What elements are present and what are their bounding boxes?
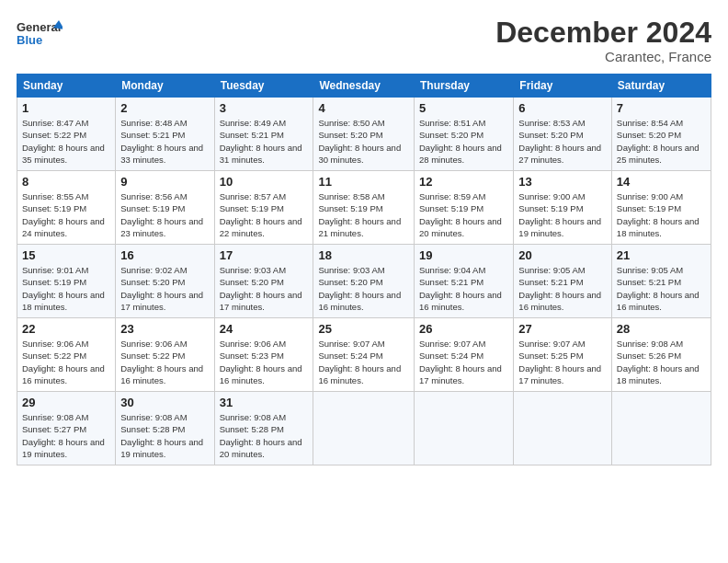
table-row: 29Sunrise: 9:08 AMSunset: 5:27 PMDayligh…: [17, 392, 116, 465]
calendar-week-row: 1Sunrise: 8:47 AMSunset: 5:22 PMDaylight…: [17, 98, 711, 171]
day-info: Sunrise: 9:02 AMSunset: 5:20 PMDaylight:…: [120, 265, 203, 312]
table-row: 7Sunrise: 8:54 AMSunset: 5:20 PMDaylight…: [611, 98, 711, 171]
day-info: Sunrise: 8:54 AMSunset: 5:20 PMDaylight:…: [617, 118, 700, 165]
table-row: 20Sunrise: 9:05 AMSunset: 5:21 PMDayligh…: [514, 245, 612, 318]
day-number: 9: [120, 175, 209, 189]
day-info: Sunrise: 9:08 AMSunset: 5:27 PMDaylight:…: [22, 412, 105, 459]
header-thursday: Thursday: [415, 75, 514, 98]
header-row: Sunday Monday Tuesday Wednesday Thursday…: [17, 75, 711, 98]
day-number: 20: [518, 248, 607, 262]
day-info: Sunrise: 8:49 AMSunset: 5:21 PMDaylight:…: [220, 118, 302, 165]
day-number: 15: [22, 248, 110, 262]
day-info: Sunrise: 9:05 AMSunset: 5:21 PMDaylight:…: [617, 265, 700, 312]
header-saturday: Saturday: [611, 75, 711, 98]
day-info: Sunrise: 9:03 AMSunset: 5:20 PMDaylight:…: [318, 265, 401, 312]
table-row: 9Sunrise: 8:56 AMSunset: 5:19 PMDaylight…: [116, 171, 214, 245]
header-friday: Friday: [514, 75, 612, 98]
day-info: Sunrise: 9:07 AMSunset: 5:25 PMDaylight:…: [518, 339, 601, 385]
day-number: 23: [120, 322, 209, 336]
header-tuesday: Tuesday: [214, 75, 313, 98]
table-row: 13Sunrise: 9:00 AMSunset: 5:19 PMDayligh…: [514, 171, 612, 245]
day-number: 6: [518, 101, 607, 115]
day-number: 1: [22, 101, 110, 115]
day-info: Sunrise: 9:04 AMSunset: 5:21 PMDaylight:…: [419, 265, 502, 312]
day-number: 29: [22, 396, 110, 409]
table-row: 19Sunrise: 9:04 AMSunset: 5:21 PMDayligh…: [415, 245, 514, 318]
day-info: Sunrise: 8:50 AMSunset: 5:20 PMDaylight:…: [318, 118, 401, 165]
day-info: Sunrise: 9:06 AMSunset: 5:22 PMDaylight:…: [22, 339, 105, 385]
day-info: Sunrise: 8:51 AMSunset: 5:20 PMDaylight:…: [419, 118, 502, 165]
day-info: Sunrise: 9:07 AMSunset: 5:24 PMDaylight:…: [318, 339, 401, 385]
table-row: 11Sunrise: 8:58 AMSunset: 5:19 PMDayligh…: [313, 171, 415, 245]
day-number: 10: [220, 175, 309, 189]
day-number: 3: [220, 101, 309, 115]
table-row: 23Sunrise: 9:06 AMSunset: 5:22 PMDayligh…: [116, 318, 214, 392]
day-info: Sunrise: 9:01 AMSunset: 5:19 PMDaylight:…: [22, 265, 105, 312]
table-row: 17Sunrise: 9:03 AMSunset: 5:20 PMDayligh…: [214, 245, 313, 318]
day-info: Sunrise: 9:08 AMSunset: 5:28 PMDaylight:…: [220, 412, 302, 459]
table-row: 4Sunrise: 8:50 AMSunset: 5:20 PMDaylight…: [313, 98, 415, 171]
day-info: Sunrise: 9:00 AMSunset: 5:19 PMDaylight:…: [518, 191, 601, 238]
table-row: 14Sunrise: 9:00 AMSunset: 5:19 PMDayligh…: [611, 171, 711, 245]
calendar-week-row: 15Sunrise: 9:01 AMSunset: 5:19 PMDayligh…: [17, 245, 711, 318]
day-number: 28: [617, 322, 706, 336]
day-info: Sunrise: 8:56 AMSunset: 5:19 PMDaylight:…: [120, 191, 203, 238]
day-info: Sunrise: 9:08 AMSunset: 5:26 PMDaylight:…: [617, 339, 700, 385]
table-row: [313, 392, 415, 465]
day-info: Sunrise: 8:55 AMSunset: 5:19 PMDaylight:…: [22, 191, 105, 238]
table-row: [611, 392, 711, 465]
day-number: 13: [518, 175, 607, 189]
day-number: 11: [318, 175, 409, 189]
calendar-week-row: 29Sunrise: 9:08 AMSunset: 5:27 PMDayligh…: [17, 392, 711, 465]
table-row: 28Sunrise: 9:08 AMSunset: 5:26 PMDayligh…: [611, 318, 711, 392]
table-row: 16Sunrise: 9:02 AMSunset: 5:20 PMDayligh…: [116, 245, 214, 318]
table-row: 24Sunrise: 9:06 AMSunset: 5:23 PMDayligh…: [214, 318, 313, 392]
day-info: Sunrise: 8:47 AMSunset: 5:22 PMDaylight:…: [22, 118, 105, 165]
table-row: 25Sunrise: 9:07 AMSunset: 5:24 PMDayligh…: [313, 318, 415, 392]
day-number: 17: [220, 248, 309, 262]
table-row: 21Sunrise: 9:05 AMSunset: 5:21 PMDayligh…: [611, 245, 711, 318]
calendar-table: Sunday Monday Tuesday Wednesday Thursday…: [17, 74, 711, 465]
day-info: Sunrise: 9:03 AMSunset: 5:20 PMDaylight:…: [220, 265, 302, 312]
day-info: Sunrise: 9:00 AMSunset: 5:19 PMDaylight:…: [617, 191, 700, 238]
logo-svg: General Blue: [17, 17, 63, 52]
table-row: 27Sunrise: 9:07 AMSunset: 5:25 PMDayligh…: [514, 318, 612, 392]
day-info: Sunrise: 8:48 AMSunset: 5:21 PMDaylight:…: [120, 118, 203, 165]
day-info: Sunrise: 9:08 AMSunset: 5:28 PMDaylight:…: [120, 412, 203, 459]
day-number: 25: [318, 322, 409, 336]
day-number: 12: [419, 175, 508, 189]
logo: General Blue: [17, 17, 63, 52]
table-row: [514, 392, 612, 465]
table-row: [415, 392, 514, 465]
title-section: December 2024 Carantec, France: [495, 17, 711, 64]
table-row: 8Sunrise: 8:55 AMSunset: 5:19 PMDaylight…: [17, 171, 116, 245]
day-number: 22: [22, 322, 110, 336]
header-wednesday: Wednesday: [313, 75, 415, 98]
table-row: 18Sunrise: 9:03 AMSunset: 5:20 PMDayligh…: [313, 245, 415, 318]
table-row: 1Sunrise: 8:47 AMSunset: 5:22 PMDaylight…: [17, 98, 116, 171]
table-row: 22Sunrise: 9:06 AMSunset: 5:22 PMDayligh…: [17, 318, 116, 392]
day-number: 7: [617, 101, 706, 115]
day-number: 21: [617, 248, 706, 262]
day-number: 16: [120, 248, 209, 262]
day-number: 18: [318, 248, 409, 262]
day-number: 2: [120, 101, 209, 115]
day-number: 24: [220, 322, 309, 336]
table-row: 12Sunrise: 8:59 AMSunset: 5:19 PMDayligh…: [415, 171, 514, 245]
table-row: 5Sunrise: 8:51 AMSunset: 5:20 PMDaylight…: [415, 98, 514, 171]
table-row: 6Sunrise: 8:53 AMSunset: 5:20 PMDaylight…: [514, 98, 612, 171]
header: General Blue December 2024 Carantec, Fra…: [17, 17, 711, 64]
table-row: 3Sunrise: 8:49 AMSunset: 5:21 PMDaylight…: [214, 98, 313, 171]
table-row: 2Sunrise: 8:48 AMSunset: 5:21 PMDaylight…: [116, 98, 214, 171]
day-info: Sunrise: 8:57 AMSunset: 5:19 PMDaylight:…: [220, 191, 302, 238]
day-number: 4: [318, 101, 409, 115]
calendar-page: General Blue December 2024 Carantec, Fra…: [0, 0, 728, 563]
header-sunday: Sunday: [17, 75, 116, 98]
day-number: 19: [419, 248, 508, 262]
day-number: 14: [617, 175, 706, 189]
day-number: 27: [518, 322, 607, 336]
calendar-title: December 2024: [495, 17, 711, 49]
day-number: 30: [120, 396, 209, 409]
table-row: 30Sunrise: 9:08 AMSunset: 5:28 PMDayligh…: [116, 392, 214, 465]
calendar-subtitle: Carantec, France: [495, 49, 711, 64]
